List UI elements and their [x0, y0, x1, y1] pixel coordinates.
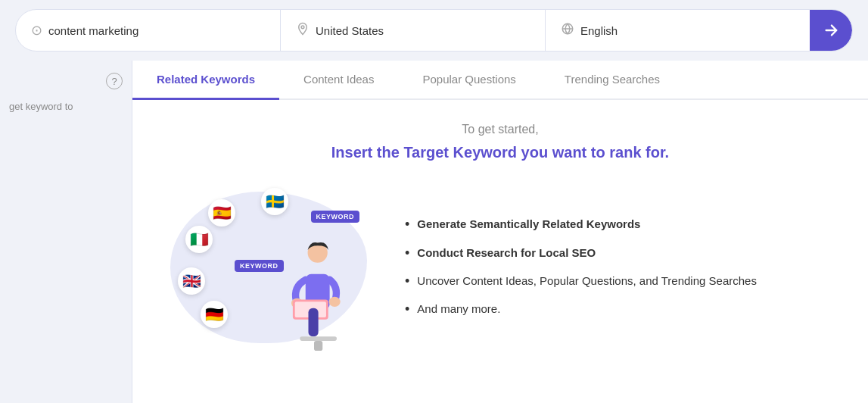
keyword-badge-1: KEYWORD	[311, 211, 360, 223]
query-input[interactable]: content marketing	[48, 24, 138, 37]
sidebar-top: ?	[9, 73, 123, 89]
help-icon[interactable]: ?	[106, 73, 123, 89]
tabs-bar: Related Keywords Content Ideas Popular Q…	[132, 61, 868, 100]
feature-item-3: Uncover Content Ideas, Popular Questions…	[405, 273, 757, 290]
search-bar: ⊙ content marketing United States Englis…	[15, 9, 853, 52]
query-segment[interactable]: ⊙ content marketing	[16, 10, 281, 51]
location-segment[interactable]: United States	[281, 10, 546, 51]
illustration: 🇪🇸 🇸🇪 🇮🇹 🇬🇧 🇩🇪 KEYWORD KEYWORD	[163, 184, 375, 351]
sidebar-prompt: get keyword to	[9, 100, 123, 114]
flag-badge-uk: 🇬🇧	[178, 267, 205, 295]
flag-badge-spain: 🇪🇸	[208, 199, 235, 226]
tab-popular-questions[interactable]: Popular Questions	[398, 61, 540, 100]
main-content: ? get keyword to Related Keywords Conten…	[0, 61, 868, 403]
content-area: To get started, Insert the Target Keywor…	[132, 100, 868, 403]
tab-content-ideas[interactable]: Content Ideas	[279, 61, 398, 100]
svg-point-5	[329, 297, 341, 307]
feature-item-2: Conduct Research for Local SEO	[405, 245, 757, 262]
tab-trending-searches[interactable]: Trending Searches	[540, 61, 684, 100]
language-icon	[561, 22, 574, 39]
feature-text-4: And many more.	[417, 301, 500, 318]
content-subtitle: To get started,	[462, 123, 538, 136]
location-icon	[296, 22, 310, 39]
search-bar-container: ⊙ content marketing United States Englis…	[0, 0, 868, 61]
tab-related-keywords[interactable]: Related Keywords	[132, 61, 279, 100]
person-illustration	[276, 237, 352, 351]
feature-section: 🇪🇸 🇸🇪 🇮🇹 🇬🇧 🇩🇪 KEYWORD KEYWORD	[163, 184, 838, 351]
flag-badge-germany: 🇩🇪	[201, 301, 228, 328]
feature-text-2: Conduct Research for Local SEO	[417, 245, 596, 262]
svg-point-0	[301, 25, 304, 28]
location-value: United States	[316, 24, 384, 37]
content-title: Insert the Target Keyword you want to ra…	[331, 144, 669, 161]
search-submit-button[interactable]	[810, 9, 852, 52]
feature-item-4: And many more.	[405, 301, 757, 318]
flag-badge-sweden: 🇸🇪	[261, 188, 288, 215]
feature-list: Generate Semantically Related Keywords C…	[405, 216, 757, 319]
feature-text-1: Generate Semantically Related Keywords	[417, 216, 640, 233]
right-panel: Related Keywords Content Ideas Popular Q…	[132, 61, 868, 403]
flag-badge-italy: 🇮🇹	[185, 226, 213, 253]
svg-rect-9	[300, 336, 337, 341]
language-segment[interactable]: English	[546, 10, 810, 51]
sidebar: ? get keyword to	[0, 61, 132, 403]
target-icon: ⊙	[31, 22, 42, 39]
svg-rect-8	[309, 308, 319, 337]
feature-item-1: Generate Semantically Related Keywords	[405, 216, 757, 233]
feature-text-3: Uncover Content Ideas, Popular Questions…	[417, 273, 757, 290]
svg-rect-10	[314, 341, 322, 351]
language-value: English	[580, 24, 618, 37]
